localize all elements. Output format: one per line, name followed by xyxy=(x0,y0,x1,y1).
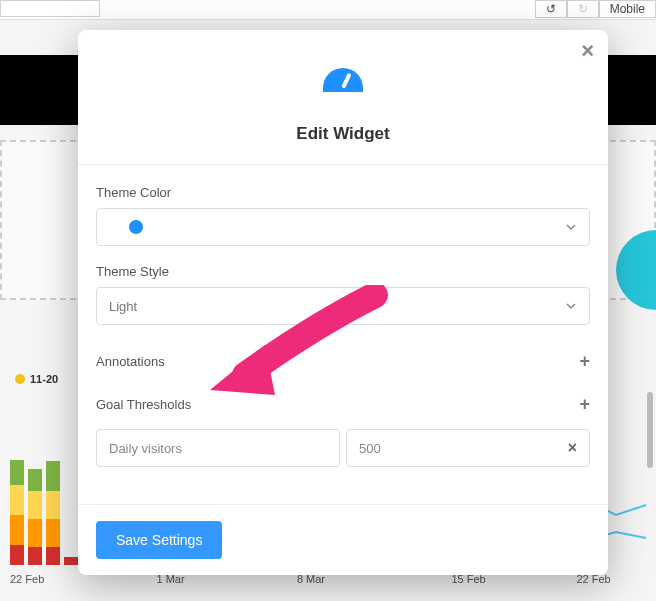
close-icon[interactable]: × xyxy=(581,40,594,62)
gauge-icon xyxy=(318,60,368,114)
save-settings-button[interactable]: Save Settings xyxy=(96,521,222,559)
chevron-down-icon xyxy=(565,300,577,312)
modal-header: Edit Widget xyxy=(78,30,608,164)
modal-body: Theme Color Theme Style Light Annotation… xyxy=(78,164,608,504)
theme-style-select[interactable]: Light xyxy=(96,287,590,325)
theme-style-value: Light xyxy=(109,299,137,314)
plus-icon[interactable]: + xyxy=(579,394,590,415)
theme-color-label: Theme Color xyxy=(96,185,590,200)
threshold-value-input[interactable] xyxy=(359,441,533,456)
theme-color-select[interactable] xyxy=(96,208,590,246)
scrollbar-thumb[interactable] xyxy=(647,392,653,468)
threshold-name-input[interactable] xyxy=(96,429,340,467)
color-swatch-icon xyxy=(129,220,143,234)
goal-thresholds-label: Goal Thresholds xyxy=(96,397,191,412)
theme-style-label: Theme Style xyxy=(96,264,590,279)
remove-icon[interactable]: × xyxy=(568,439,577,457)
goal-thresholds-row[interactable]: Goal Thresholds + xyxy=(96,386,590,429)
annotations-row[interactable]: Annotations + xyxy=(96,343,590,386)
modal-title: Edit Widget xyxy=(98,124,588,144)
plus-icon[interactable]: + xyxy=(579,351,590,372)
edit-widget-modal: × Edit Widget Theme Color Theme Style Li… xyxy=(78,30,608,575)
chevron-down-icon xyxy=(565,221,577,233)
threshold-row: × xyxy=(96,429,590,467)
modal-footer: Save Settings xyxy=(78,504,608,575)
threshold-value-wrapper: × xyxy=(346,429,590,467)
annotations-label: Annotations xyxy=(96,354,165,369)
